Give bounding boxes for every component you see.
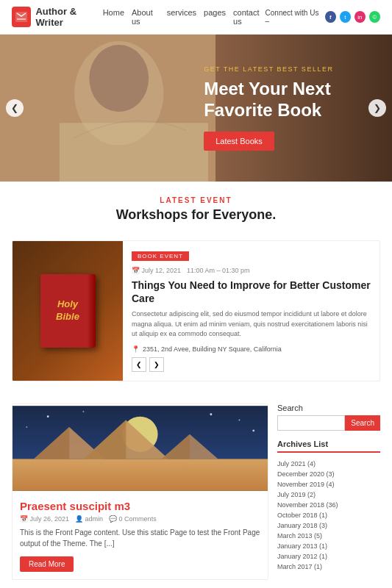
archive-item[interactable]: November 2018 (36) bbox=[277, 500, 380, 510]
hero-content: GET THE LATEST BEST SELLER Meet Your Nex… bbox=[196, 35, 385, 182]
date-icon: 📅 bbox=[20, 515, 30, 523]
sidebar-archive-list: July 2021 (4) December 2020 (3) November… bbox=[277, 459, 380, 572]
blog-post: Praesent suscipit m3 📅 July 26, 2021 👤 a… bbox=[12, 404, 268, 580]
archive-item[interactable]: March 2017 (1) bbox=[277, 562, 380, 572]
comment-icon: 💬 bbox=[109, 515, 119, 523]
latest-event-label: LATEST EVENT bbox=[12, 196, 380, 204]
archive-item[interactable]: July 2019 (2) bbox=[277, 490, 380, 500]
event-next-button[interactable]: ❯ bbox=[149, 357, 164, 372]
blog-post-title[interactable]: Praesent suscipit m3 bbox=[20, 500, 260, 512]
post-comments: 💬 0 Comments bbox=[109, 515, 157, 523]
sidebar-archives-title: Archives List bbox=[277, 440, 380, 453]
event-meta: 📅 July 12, 2021 11:00 Am – 01:30 pm bbox=[132, 267, 371, 274]
hero-arrow-left[interactable]: ❮ bbox=[6, 99, 24, 117]
svg-rect-5 bbox=[60, 123, 208, 182]
main-nav: Home About us services pages contact us bbox=[103, 8, 266, 26]
read-more-button[interactable]: Read More bbox=[20, 556, 74, 572]
nav-services[interactable]: services bbox=[167, 8, 196, 26]
event-location: 📍 2351, 2nd Avee, Building NY Square, Ca… bbox=[132, 345, 371, 353]
event-image: HolyBible bbox=[13, 241, 123, 381]
event-prev-button[interactable]: ❮ bbox=[132, 357, 146, 372]
svg-point-17 bbox=[82, 411, 84, 412]
logo[interactable]: Author & Writer bbox=[12, 6, 103, 28]
svg-point-18 bbox=[210, 413, 212, 415]
latest-event-section: LATEST EVENT Workshops for Everyone. bbox=[0, 182, 392, 240]
author-icon: 👤 bbox=[75, 515, 85, 523]
search-input-row: Search bbox=[277, 415, 380, 431]
event-time: 11:00 Am – 01:30 pm bbox=[187, 267, 250, 274]
search-box: Search Search bbox=[277, 404, 380, 431]
archive-item[interactable]: December 2020 (3) bbox=[277, 469, 380, 479]
blog-post-body: Praesent suscipit m3 📅 July 26, 2021 👤 a… bbox=[13, 492, 268, 579]
archive-item[interactable]: January 2012 (1) bbox=[277, 551, 380, 562]
event-description: Consectetur adipiscing elit, sed do eius… bbox=[132, 309, 371, 340]
hero-latest-books-button[interactable]: Latest Books bbox=[204, 132, 274, 151]
archive-item[interactable]: October 2018 (1) bbox=[277, 510, 380, 520]
connect-label: Connect with Us – bbox=[266, 9, 321, 25]
hero-image bbox=[0, 35, 215, 182]
content-left: Praesent suscipit m3 📅 July 26, 2021 👤 a… bbox=[12, 404, 268, 580]
svg-point-4 bbox=[89, 45, 149, 112]
left-chevron-icon: ❮ bbox=[11, 103, 18, 113]
event-nav-buttons: ❮ ❯ bbox=[132, 357, 371, 372]
search-label: Search bbox=[277, 404, 380, 412]
svg-point-16 bbox=[47, 415, 49, 417]
archive-item[interactable]: July 2021 (4) bbox=[277, 459, 380, 469]
post-date: 📅 July 26, 2021 bbox=[20, 515, 69, 523]
connect-section: Connect with Us – f t in © bbox=[266, 9, 380, 25]
event-heading: Things You Need to Improve for Better Cu… bbox=[132, 279, 371, 305]
header: Author & Writer Home About us services p… bbox=[0, 0, 392, 35]
svg-point-19 bbox=[238, 419, 240, 420]
social-facebook[interactable]: f bbox=[325, 11, 336, 23]
archive-item[interactable]: November 2019 (4) bbox=[277, 479, 380, 490]
nav-home[interactable]: Home bbox=[103, 8, 124, 26]
svg-rect-9 bbox=[13, 459, 268, 490]
hero-section: GET THE LATEST BEST SELLER Meet Your Nex… bbox=[0, 35, 392, 182]
calendar-icon: 📅 bbox=[132, 267, 142, 274]
nav-contact[interactable]: contact us bbox=[233, 8, 266, 26]
right-chevron-icon: ❯ bbox=[374, 103, 381, 113]
logo-text: Author & Writer bbox=[35, 6, 102, 28]
archive-item[interactable]: March 2013 (5) bbox=[277, 531, 380, 541]
sidebar: Search Search Archives List July 2021 (4… bbox=[277, 404, 380, 580]
hero-subtitle: GET THE LATEST BEST SELLER bbox=[204, 65, 377, 73]
search-button[interactable]: Search bbox=[345, 415, 380, 431]
book-cover: HolyBible bbox=[40, 274, 96, 348]
social-twitter[interactable]: t bbox=[340, 11, 351, 23]
latest-event-title: Workshops for Everyone. bbox=[12, 207, 380, 223]
event-content: BOOK EVENT 📅 July 12, 2021 11:00 Am – 01… bbox=[123, 241, 379, 381]
event-card: HolyBible BOOK EVENT 📅 July 12, 2021 11:… bbox=[12, 240, 380, 381]
post-author: 👤 admin bbox=[75, 515, 103, 523]
main-content-area: Praesent suscipit m3 📅 July 26, 2021 👤 a… bbox=[0, 396, 392, 588]
pyramid-illustration bbox=[13, 404, 268, 492]
search-input[interactable] bbox=[277, 415, 345, 431]
hero-arrow-right[interactable]: ❯ bbox=[368, 99, 386, 117]
archive-item[interactable]: January 2013 (1) bbox=[277, 541, 380, 551]
book-title: HolyBible bbox=[53, 295, 82, 326]
logo-icon bbox=[12, 7, 31, 27]
event-badge: BOOK EVENT bbox=[132, 251, 189, 261]
nav-about[interactable]: About us bbox=[132, 8, 160, 26]
blog-post-description: This is the Front Page content. Use this… bbox=[20, 527, 260, 549]
blog-post-meta: 📅 July 26, 2021 👤 admin 💬 0 Comments bbox=[20, 515, 260, 523]
nav-pages[interactable]: pages bbox=[204, 8, 226, 26]
location-icon: 📍 bbox=[132, 345, 140, 353]
social-instagram[interactable]: in bbox=[354, 11, 366, 23]
svg-point-21 bbox=[252, 429, 254, 431]
event-date: 📅 July 12, 2021 bbox=[132, 267, 181, 274]
social-whatsapp[interactable]: © bbox=[369, 11, 380, 23]
blog-post-image bbox=[13, 404, 268, 492]
hero-title: Meet Your Next Favorite Book bbox=[204, 79, 377, 121]
archive-item[interactable]: January 2018 (3) bbox=[277, 520, 380, 531]
svg-point-20 bbox=[26, 426, 27, 428]
